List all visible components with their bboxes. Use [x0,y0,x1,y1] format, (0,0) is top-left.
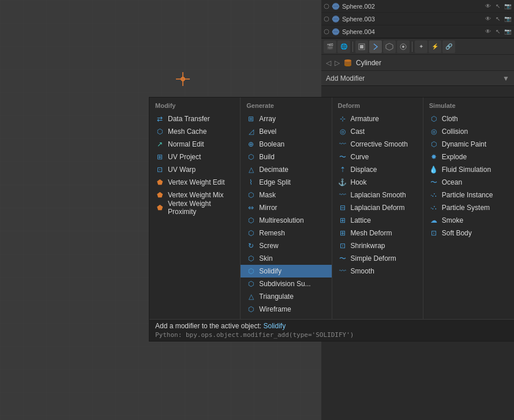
render-icon[interactable]: 📷 [504,15,512,23]
modifier-icon[interactable] [369,40,382,53]
menu-item-label: Solidify [259,267,282,275]
menu-item-ocean[interactable]: 〜 Ocean [423,176,514,189]
menu-item-bevel[interactable]: ◿ Bevel [241,125,331,138]
menu-item-laplacian-deform[interactable]: ⊟ Laplacian Deform [332,201,423,214]
menu-item-cloth[interactable]: ⬡ Cloth [423,112,514,125]
menu-item-hook[interactable]: ⚓ Hook [332,176,423,189]
menu-item-fluid-simulation[interactable]: 💧 Fluid Simulation [423,163,514,176]
outliner-row[interactable]: Sphere.002 👁 ↖ 📷 [321,0,514,13]
menu-item-armature[interactable]: ⊹ Armature [332,112,423,125]
material-icon[interactable] [397,40,410,53]
solidify-icon: ⬡ [246,267,256,276]
menu-item-smoke[interactable]: ☁ Smoke [423,214,514,227]
render-icon[interactable]: 📷 [504,2,512,10]
menu-item-vertex-weight-edit[interactable]: ⬟ Vertex Weight Edit [149,176,240,189]
edge-split-icon: ⌇ [246,178,256,187]
menu-item-particle-system[interactable]: ·∴ Particle System [423,201,514,214]
add-modifier-label: Add Modifier [326,74,365,82]
tooltip-bar: Add a modifier to the active object: Sol… [149,319,514,341]
menu-item-shrinkwrap[interactable]: ⊡ Shrinkwrap [332,239,423,252]
menu-item-solidify[interactable]: ⬡ Solidify [241,265,331,278]
world-icon[interactable]: 🌐 [337,40,350,53]
menu-item-mesh-cache[interactable]: ⬡ Mesh Cache [149,125,240,138]
deform-header: Deform [332,101,423,112]
modify-column: Modify ⇄ Data Transfer ⬡ Mesh Cache ↗ No… [149,97,241,319]
menu-item-uv-project[interactable]: ⊞ UV Project [149,151,240,163]
menu-item-wireframe[interactable]: ⬡ Wireframe [241,303,331,316]
svg-point-5 [332,3,339,10]
menu-item-cast[interactable]: ◎ Cast [332,125,423,138]
outliner-row[interactable]: Sphere.003 👁 ↖ 📷 [321,13,514,25]
outliner-row[interactable]: Sphere.004 👁 ↖ 📷 [321,25,514,38]
navigate-forward-icon[interactable]: ▷ [335,59,340,67]
menu-item-remesh[interactable]: ⬡ Remesh [241,227,331,239]
menu-item-dynamic-paint[interactable]: ⬡ Dynamic Paint [423,138,514,151]
menu-item-subdivision-surface[interactable]: ⬡ Subdivision Su... [241,278,331,290]
menu-item-soft-body[interactable]: ⊡ Soft Body [423,227,514,239]
smooth-icon: 〰 [338,267,347,276]
outliner-item-name: Sphere.004 [342,28,482,35]
svg-point-8 [332,16,339,22]
menu-item-data-transfer[interactable]: ⇄ Data Transfer [149,112,240,125]
curve-icon: 〜 [338,152,347,162]
data-icon[interactable] [383,40,396,53]
outliner: Sphere.002 👁 ↖ 📷 Sphere.003 👁 ↖ 📷 [321,0,514,39]
add-modifier-button[interactable]: Add Modifier ▼ [321,71,514,86]
menu-item-displace[interactable]: ⇡ Displace [332,163,423,176]
simulate-header: Simulate [423,101,514,112]
sphere-icon [332,15,340,23]
cursor-icon[interactable]: ↖ [494,15,502,23]
menu-item-mask[interactable]: ⬡ Mask [241,189,331,201]
menu-item-smooth[interactable]: 〰 Smooth [332,265,423,278]
menu-item-mirror[interactable]: ⇔ Mirror [241,201,331,214]
menu-item-simple-deform[interactable]: 〜 Simple Deform [332,252,423,265]
mirror-icon: ⇔ [246,203,256,212]
eye-icon[interactable]: 👁 [484,2,492,10]
menu-item-mesh-deform[interactable]: ⊞ Mesh Deform [332,227,423,239]
scene-icon[interactable]: 🎬 [324,40,336,53]
menu-item-label: Subdivision Su... [259,280,310,288]
constraints-icon[interactable]: 🔗 [442,40,455,53]
menu-item-array[interactable]: ⊞ Array [241,112,331,125]
menu-item-build[interactable]: ⬡ Build [241,151,331,163]
menu-item-corrective-smooth[interactable]: 〰 Corrective Smooth [332,138,423,151]
navigate-back-icon[interactable]: ◁ [326,59,331,67]
menu-item-decimate[interactable]: △ Decimate [241,163,331,176]
svg-point-7 [324,17,329,21]
menu-item-label: Laplacian Deform [351,204,405,212]
menu-item-lattice[interactable]: ⊞ Lattice [332,214,423,227]
menu-item-label: Corrective Smooth [351,140,408,148]
screw-icon: ↻ [246,241,256,250]
object-icon[interactable] [355,40,368,53]
menu-item-uv-warp[interactable]: ⊡ UV Warp [149,163,240,176]
soft-body-icon: ⊡ [429,228,438,238]
particles-icon[interactable]: ✦ [415,40,427,53]
menu-item-laplacian-smooth[interactable]: 〰 Laplacian Smooth [332,189,423,201]
menu-item-collision[interactable]: ◎ Collision [423,125,514,138]
svg-point-17 [402,46,404,48]
menu-item-vertex-weight-proximity[interactable]: ⬟ Vertex Weight Proximity [149,201,240,214]
array-icon: ⊞ [246,114,256,123]
triangulate-icon: △ [246,292,256,301]
menu-item-boolean[interactable]: ⊕ Boolean [241,138,331,151]
physics-icon[interactable]: ⚡ [429,40,441,53]
cursor-icon[interactable]: ↖ [494,2,502,10]
render-icon[interactable]: 📷 [504,28,512,36]
menu-item-label: Edge Split [259,178,291,186]
menu-item-curve[interactable]: 〜 Curve [332,151,423,163]
menu-item-explode[interactable]: ✸ Explode [423,151,514,163]
menu-item-particle-instance[interactable]: ·∴ Particle Instance [423,189,514,201]
menu-item-skin[interactable]: ⬡ Skin [241,252,331,265]
menu-item-normal-edit[interactable]: ↗ Normal Edit [149,138,240,151]
eye-icon[interactable]: 👁 [484,28,492,36]
menu-item-triangulate[interactable]: △ Triangulate [241,290,331,303]
multiresolution-icon: ⬡ [246,216,256,225]
menu-item-multiresolution[interactable]: ⬡ Multiresolution [241,214,331,227]
decimate-icon: △ [246,165,256,174]
menu-item-edge-split[interactable]: ⌇ Edge Split [241,176,331,189]
menu-item-label: Multiresolution [259,216,303,224]
menu-item-screw[interactable]: ↻ Screw [241,239,331,252]
eye-icon[interactable]: 👁 [484,15,492,23]
cursor-icon[interactable]: ↖ [494,28,502,36]
menu-item-label: Skin [259,254,272,262]
